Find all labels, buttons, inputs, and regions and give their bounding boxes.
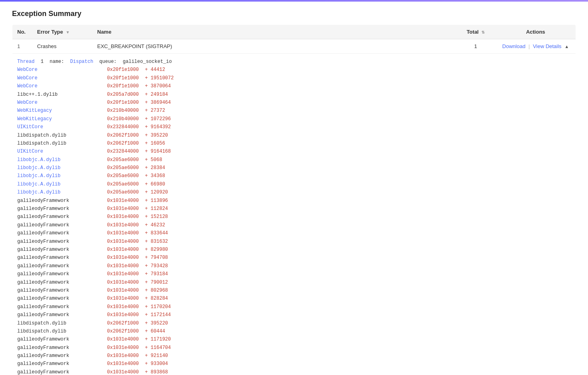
frame-offset: + 395220 (145, 319, 168, 327)
frame-addr: 0x1031e4000 (107, 262, 139, 270)
stack-frame: galileodyFramework0x1031e4000 + 793428 (17, 262, 571, 270)
frame-addr: 0x1031e4000 (107, 197, 139, 205)
stack-frame: libobjc.A.dylib0x205ae6000 + 34368 (17, 172, 571, 180)
total-sort-icon[interactable]: ⇅ (481, 30, 485, 34)
frame-lib: galileodyFramework (17, 335, 105, 343)
stack-frame: WebCore0x20f1e1000 + 3870064 (17, 82, 571, 90)
row-no: 1 (12, 39, 32, 54)
frame-offset: + 3870064 (145, 82, 171, 90)
frame-offset: + 1170204 (145, 303, 171, 311)
stack-frame: galileodyFramework0x1031e4000 + 113896 (17, 197, 571, 205)
stack-trace-cell: Thread 1 name: Dispatch queue: galileo_s… (12, 54, 576, 375)
frame-offset: + 152128 (145, 213, 168, 221)
frame-addr: 0x1031e4000 (107, 344, 139, 352)
error-type-filter-icon[interactable]: ▼ (66, 30, 70, 34)
frame-lib[interactable]: libobjc.A.dylib (17, 180, 105, 188)
frame-lib[interactable]: UIKitCore (17, 147, 105, 155)
stack-frame: galileodyFramework0x1031e4000 + 793184 (17, 270, 571, 278)
frame-offset: + 831632 (145, 238, 168, 246)
frame-lib[interactable]: WebKitLegacy (17, 107, 105, 115)
frame-lib[interactable]: WebCore (17, 82, 105, 90)
stack-frame: galileodyFramework0x1031e4000 + 829980 (17, 246, 571, 254)
col-error-type: Error Type ▼ (32, 25, 93, 39)
frame-lib: galileodyFramework (17, 221, 105, 229)
frame-lib[interactable]: WebCore (17, 74, 105, 82)
stack-frame: galileodyFramework0x1031e4000 + 794708 (17, 254, 571, 262)
frame-addr: 0x232844000 (107, 147, 139, 155)
frame-offset: + 9164168 (145, 147, 171, 155)
download-link[interactable]: Download (502, 43, 525, 49)
frame-lib[interactable]: libobjc.A.dylib (17, 188, 105, 196)
frame-offset: + 790012 (145, 278, 168, 286)
stack-frame: galileodyFramework0x1031e4000 + 831632 (17, 238, 571, 246)
frame-offset: + 112824 (145, 205, 168, 213)
frame-lib[interactable]: libobjc.A.dylib (17, 172, 105, 180)
frame-offset: + 802968 (145, 286, 168, 294)
frame-lib[interactable]: WebCore (17, 99, 105, 107)
frame-lib[interactable]: UIKitCore (17, 123, 105, 131)
frame-lib: galileodyFramework (17, 294, 105, 302)
frame-offset: + 66980 (145, 180, 165, 188)
row-name: EXC_BREAKPOINT (SIGTRAP) (93, 39, 456, 54)
stack-frame: UIKitCore0x232844000 + 9164392 (17, 123, 571, 131)
frame-offset: + 3869464 (145, 99, 171, 107)
stack-frame: galileodyFramework0x1031e4000 + 828284 (17, 294, 571, 302)
frame-lib: libdispatch.dylib (17, 139, 105, 147)
frame-addr: 0x1031e4000 (107, 294, 139, 302)
frame-offset: + 395220 (145, 131, 168, 139)
frame-lib: galileodyFramework (17, 352, 105, 360)
page-title: Exception Summary (12, 10, 576, 18)
stack-trace-content: Thread 1 name: Dispatch queue: galileo_s… (17, 58, 571, 375)
queue-name: galileo_socket_io (123, 58, 172, 66)
frame-addr: 0x1031e4000 (107, 205, 139, 213)
frame-lib[interactable]: WebCore (17, 66, 105, 74)
frame-addr: 0x205ae6000 (107, 172, 139, 180)
stack-frame: galileodyFramework0x1031e4000 + 790012 (17, 278, 571, 286)
stack-frame: galileodyFramework0x1031e4000 + 152128 (17, 213, 571, 221)
frame-addr: 0x205ae6000 (107, 164, 139, 172)
frame-lib: galileodyFramework (17, 303, 105, 311)
frame-lib: libc++.1.dylib (17, 91, 105, 99)
thread-header: Thread 1 name: Dispatch queue: galileo_s… (17, 58, 571, 66)
table-header-row: No. Error Type ▼ Name Total ⇅ Actions (12, 25, 576, 39)
stack-frame: galileodyFramework0x1031e4000 + 893868 (17, 368, 571, 375)
frame-addr: 0x1031e4000 (107, 238, 139, 246)
stack-frame: WebCore0x20f1e1000 + 3869464 (17, 99, 571, 107)
frame-lib[interactable]: libobjc.A.dylib (17, 164, 105, 172)
frame-offset: + 19510072 (145, 74, 174, 82)
frame-addr: 0x2062f1000 (107, 131, 139, 139)
frame-addr: 0x1031e4000 (107, 270, 139, 278)
frame-offset: + 16056 (145, 139, 165, 147)
stack-frame: WebKitLegacy0x210b40000 + 1072296 (17, 115, 571, 123)
frame-lib[interactable]: WebKitLegacy (17, 115, 105, 123)
frame-lib: galileodyFramework (17, 278, 105, 286)
stack-frame: galileodyFramework0x1031e4000 + 1164704 (17, 344, 571, 352)
col-name: Name (93, 25, 456, 39)
frame-lib: galileodyFramework (17, 368, 105, 375)
frame-offset: + 9164392 (145, 123, 171, 131)
frame-addr: 0x1031e4000 (107, 278, 139, 286)
thread-num: 1 (40, 58, 43, 66)
frame-addr: 0x1031e4000 (107, 368, 139, 375)
frame-lib[interactable]: libobjc.A.dylib (17, 156, 105, 164)
main-container: Exception Summary No. Error Type ▼ Name … (0, 2, 588, 375)
stack-frame: galileodyFramework0x1031e4000 + 833644 (17, 229, 571, 237)
frame-addr: 0x232844000 (107, 123, 139, 131)
frame-lib: galileodyFramework (17, 229, 105, 237)
dispatch-label: Dispatch (70, 58, 93, 66)
frame-addr: 0x1031e4000 (107, 286, 139, 294)
frame-offset: + 921140 (145, 352, 168, 360)
frame-addr: 0x1031e4000 (107, 254, 139, 262)
frame-offset: + 5068 (145, 156, 162, 164)
view-details-link[interactable]: View Details (533, 43, 562, 49)
frame-offset: + 44412 (145, 66, 165, 74)
frame-addr: 0x1031e4000 (107, 360, 139, 368)
frame-lib: galileodyFramework (17, 344, 105, 352)
row-error-type: Crashes (32, 39, 93, 54)
frame-lib: galileodyFramework (17, 254, 105, 262)
frame-lib: galileodyFramework (17, 262, 105, 270)
row-total: 1 (456, 39, 496, 54)
frame-offset: + 893868 (145, 368, 168, 375)
chevron-up-icon[interactable]: ▲ (565, 44, 569, 49)
frame-addr: 0x2062f1000 (107, 319, 139, 327)
